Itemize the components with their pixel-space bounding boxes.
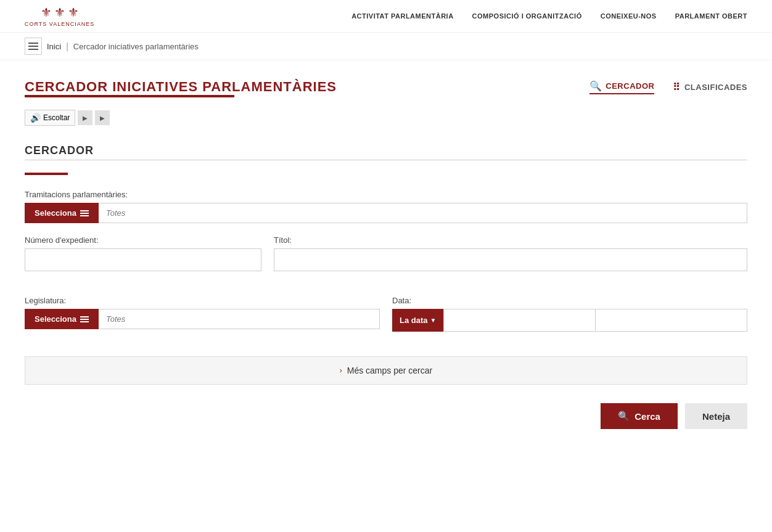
menu-toggle-button[interactable] [25,38,42,55]
titol-group: Títol: [274,235,747,271]
section-divider [25,160,747,160]
tramitacions-label: Tramitacions parlamentàries: [25,190,747,199]
neteja-label: Neteja [702,411,730,422]
legislatura-select-button[interactable]: Selecciona [25,309,99,329]
data-select-button[interactable]: La data ▼ [392,309,443,332]
more-fields-label: Més camps per cercar [347,366,432,375]
logo[interactable]: ⚜⚜⚜ CORTS VALENCIANES [25,5,94,27]
arrow-icon: ▶ [83,115,88,121]
title-actions: 🔍 CERCADOR ⠿ CLASIFICADES [589,80,747,94]
legislatura-label: Legislatura: [25,296,380,305]
accessibility-bar: 🔊 Escoltar ▶ ▶ [25,110,747,126]
nav-parlament[interactable]: PARLAMENT OBERT [675,12,747,20]
escoltar-label: Escoltar [43,113,70,122]
tramitacions-input[interactable] [99,203,747,223]
cerca-button[interactable]: 🔍 Cerca [601,403,678,429]
titol-label: Títol: [274,235,747,245]
expedient-group: Número d'expedient: [25,235,261,271]
section-underline [25,173,68,175]
lines-icon [80,210,89,216]
logo-text: CORTS VALENCIANES [25,21,94,27]
nav-coneixeu[interactable]: CONEIXEU-NOS [601,12,657,20]
neteja-button[interactable]: Neteja [685,403,747,429]
chevron-down-icon: ▼ [430,317,437,324]
action-buttons: 🔍 Cerca Neteja [25,403,747,429]
cercador-action-label: CERCADOR [606,81,654,91]
legislatura-select-label: Selecciona [35,314,76,324]
title-underline [25,95,234,97]
page-title-area: CERCADOR INICIATIVES PARLAMENTÀRIES 🔍 CE… [25,79,747,95]
play-icon: ▶ [100,115,105,121]
cerca-label: Cerca [634,411,660,422]
nav-activitat[interactable]: ACTIVITAT PARLAMENTÀRIA [351,12,453,20]
data-label: Data: [392,296,747,305]
data-select: La data ▼ [392,309,443,332]
legislatura-input[interactable] [99,309,380,329]
more-fields-button[interactable]: › Més camps per cercar [25,356,747,385]
main-content: CERCADOR INICIATIVES PARLAMENTÀRIES 🔍 CE… [0,60,772,448]
data-row: La data ▼ [392,309,747,332]
tramitacions-select-label: Selecciona [35,208,76,218]
data-from-input[interactable] [443,309,596,332]
cercador-action[interactable]: 🔍 CERCADOR [589,80,655,94]
data-group: Data: La data ▼ [392,296,747,332]
breadcrumb-current: Cercador iniciatives parlamentàries [73,42,199,51]
expedient-input[interactable] [25,248,261,271]
main-nav: ACTIVITAT PARLAMENTÀRIA COMPOSICIÓ I ORG… [351,12,747,20]
clasificades-action[interactable]: ⠿ CLASIFICADES [673,81,747,93]
legislatura-lines-icon [80,316,89,322]
tramitacions-group: Tramitacions parlamentàries: Selecciona [25,190,747,223]
legislatura-field: Selecciona [25,309,380,329]
play-button[interactable]: ▶ [95,110,110,125]
speaker-icon: 🔊 [30,113,41,123]
data-select-label: La data [400,316,428,325]
tramitacions-select-button[interactable]: Selecciona [25,203,99,223]
data-to-input[interactable] [596,309,747,332]
chevron-right-icon: › [340,366,342,375]
tramitacions-field: Selecciona [25,203,747,223]
escoltar-button[interactable]: 🔊 Escoltar [25,110,75,126]
clasificades-action-label: CLASIFICADES [684,83,747,92]
clasificades-icon: ⠿ [673,81,681,93]
header: ⚜⚜⚜ CORTS VALENCIANES ACTIVITAT PARLAMEN… [0,0,772,33]
legislatura-data-row: Legislatura: Selecciona Data: La data ▼ [25,296,747,344]
breadcrumb-separator: | [66,41,68,51]
arrow-button[interactable]: ▶ [78,110,92,125]
logo-icons: ⚜⚜⚜ [41,5,79,20]
titol-input[interactable] [274,248,747,271]
expedient-label: Número d'expedient: [25,235,261,245]
section-title: CERCADOR [25,144,747,157]
page-title: CERCADOR INICIATIVES PARLAMENTÀRIES [25,79,337,95]
breadcrumb-home[interactable]: Inici [47,42,61,51]
expedient-titol-row: Número d'expedient: Títol: [25,235,747,284]
nav-composicio[interactable]: COMPOSICIÓ I ORGANITZACIÓ [472,12,582,20]
search-icon: 🔍 [589,80,602,92]
breadcrumb-bar: Inici | Cercador iniciatives parlamentàr… [0,33,772,60]
legislatura-group: Legislatura: Selecciona [25,296,380,332]
search-btn-icon: 🔍 [618,411,630,422]
